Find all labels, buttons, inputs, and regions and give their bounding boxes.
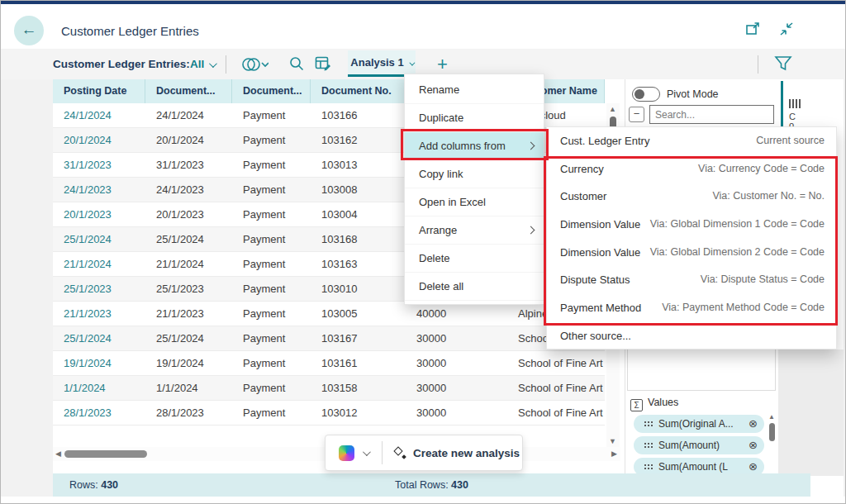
scrollbar-thumb[interactable] — [769, 423, 775, 441]
table-cell[interactable]: 28/1/2023 — [145, 401, 232, 425]
table-cell[interactable]: 25/1/2024 — [145, 227, 232, 251]
table-cell[interactable]: 103166 — [311, 103, 406, 127]
create-new-analysis-button[interactable]: Create new analysis — [413, 447, 520, 459]
posting-date-cell[interactable]: 21/1/2024 — [53, 252, 145, 276]
column-header[interactable]: Document... — [232, 79, 311, 103]
table-cell[interactable]: Payment — [232, 103, 311, 127]
table-cell[interactable]: 103168 — [311, 227, 406, 251]
table-row[interactable]: 1/1/20241/1/2024Payment10315830000School… — [53, 376, 605, 401]
column-header[interactable]: Document... — [145, 79, 232, 103]
posting-date-cell[interactable]: 21/1/2023 — [53, 302, 145, 326]
menu-item-copy-link[interactable]: Copy link — [405, 160, 544, 188]
values-scrollbar[interactable]: ▲ ▼ — [768, 411, 777, 476]
posting-date-cell[interactable]: 1/1/2024 — [53, 376, 145, 400]
collapse-pane-button[interactable]: − — [629, 107, 644, 122]
source-item-dimension-value[interactable]: Dimension ValueVia: Global Dimension 1 C… — [547, 211, 836, 239]
posting-date-cell[interactable]: 28/1/2023 — [53, 401, 145, 425]
table-cell[interactable]: 103161 — [311, 351, 406, 375]
table-cell[interactable]: 1/1/2024 — [145, 376, 232, 400]
copilot-menu-icon[interactable] — [240, 55, 269, 74]
posting-date-cell[interactable]: 25/1/2024 — [53, 227, 145, 251]
table-cell[interactable]: 21/1/2023 — [145, 302, 232, 326]
table-cell[interactable]: 103005 — [311, 302, 406, 326]
table-cell[interactable]: Payment — [232, 302, 311, 326]
table-cell[interactable]: 30000 — [406, 401, 507, 425]
source-item-other-source-[interactable]: Other source... — [547, 322, 836, 350]
remove-icon[interactable]: ⊗ — [749, 436, 758, 454]
value-pill[interactable]: Sum(Original A...⊗ — [634, 415, 764, 433]
posting-date-cell[interactable]: 24/1/2023 — [53, 178, 145, 202]
posting-date-cell[interactable]: 24/1/2024 — [53, 103, 145, 127]
menu-item-rename[interactable]: Rename — [405, 76, 544, 104]
table-cell[interactable]: School of Fine Art — [507, 376, 605, 400]
copilot-icon[interactable] — [339, 445, 354, 461]
table-cell[interactable]: 19/1/2024 — [145, 351, 232, 375]
add-analysis-tab-button[interactable]: + — [437, 54, 448, 75]
column-header[interactable]: Document No. — [311, 79, 406, 103]
table-cell[interactable]: 103158 — [311, 376, 406, 400]
table-cell[interactable]: Payment — [232, 351, 311, 375]
menu-item-delete[interactable]: Delete — [405, 245, 544, 273]
table-cell[interactable]: 103013 — [311, 153, 406, 177]
posting-date-cell[interactable]: 20/1/2024 — [53, 128, 145, 152]
drag-handle-icon[interactable] — [644, 442, 653, 449]
source-item-cust-ledger-entry[interactable]: Cust. Ledger EntryCurrent source — [547, 127, 836, 155]
source-item-customer[interactable]: CustomerVia: Customer No. = No. — [547, 183, 836, 211]
table-cell[interactable]: 103004 — [311, 202, 406, 226]
table-cell[interactable]: 30000 — [406, 326, 507, 350]
table-cell[interactable]: 25/1/2024 — [145, 326, 232, 350]
drag-handle-icon[interactable] — [644, 421, 653, 427]
table-row[interactable]: 25/1/202425/1/2024Payment10316730000Scho… — [53, 326, 605, 351]
back-button[interactable]: ← — [14, 16, 44, 45]
menu-item-add-columns-from[interactable]: Add columns from — [405, 132, 544, 160]
scrollbar-thumb[interactable] — [64, 450, 147, 458]
posting-date-cell[interactable]: 25/1/2024 — [53, 326, 145, 350]
collapse-window-icon[interactable] — [779, 22, 794, 36]
filter-icon[interactable] — [774, 55, 792, 72]
table-cell[interactable]: Payment — [232, 128, 311, 152]
source-item-payment-method[interactable]: Payment MethodVia: Payment Method Code =… — [547, 294, 836, 322]
scroll-left-icon[interactable]: ◀ — [55, 449, 61, 458]
source-item-dimension-value[interactable]: Dimension ValueVia: Global Dimension 2 C… — [547, 239, 836, 267]
table-cell[interactable]: 103008 — [311, 178, 406, 202]
table-row[interactable]: 28/1/202328/1/2023Payment10301230000Scho… — [53, 401, 605, 426]
table-cell[interactable]: Payment — [232, 252, 311, 276]
table-row[interactable]: 21/1/202321/1/2023Payment10300540000Alpi… — [53, 302, 605, 326]
table-cell[interactable]: 103012 — [311, 401, 406, 425]
scroll-up-icon[interactable]: ▲ — [768, 413, 775, 421]
table-cell[interactable]: 103162 — [311, 128, 406, 152]
scroll-down-icon[interactable]: ▼ — [609, 437, 616, 445]
source-item-currency[interactable]: CurrencyVia: Currency Code = Code — [547, 155, 836, 183]
table-cell[interactable]: Payment — [232, 202, 311, 226]
table-cell[interactable]: Payment — [232, 326, 311, 350]
posting-date-cell[interactable]: 19/1/2024 — [53, 351, 145, 375]
value-pill[interactable]: Sum(Amount)⊗ — [634, 436, 764, 454]
posting-date-cell[interactable]: 25/1/2023 — [53, 277, 145, 301]
table-cell[interactable]: 103167 — [311, 326, 406, 350]
table-cell[interactable]: 40000 — [406, 302, 507, 326]
table-cell[interactable]: 24/1/2023 — [145, 178, 232, 202]
table-cell[interactable]: 30000 — [406, 351, 507, 375]
table-cell[interactable]: 21/1/2024 — [145, 252, 232, 276]
posting-date-cell[interactable]: 20/1/2023 — [53, 202, 145, 226]
menu-item-arrange[interactable]: Arrange — [405, 216, 544, 245]
search-icon[interactable] — [288, 55, 305, 72]
table-cell[interactable]: Payment — [232, 277, 311, 301]
scroll-right-icon[interactable]: ▶ — [611, 449, 617, 458]
filter-all-dropdown[interactable]: All — [190, 58, 215, 70]
columns-icon[interactable] — [789, 99, 801, 108]
table-cell[interactable]: Payment — [232, 376, 311, 400]
table-cell[interactable]: Payment — [232, 227, 311, 251]
menu-item-duplicate[interactable]: Duplicate — [405, 104, 544, 132]
table-cell[interactable]: 103010 — [311, 277, 406, 301]
table-cell[interactable]: Payment — [232, 178, 311, 202]
column-header[interactable]: Posting Date — [53, 79, 145, 103]
menu-item-delete-all[interactable]: Delete all — [405, 273, 544, 301]
table-cell[interactable]: School of Fine Art — [507, 351, 605, 375]
table-cell[interactable]: 103163 — [311, 252, 406, 276]
posting-date-cell[interactable]: 31/1/2023 — [53, 153, 145, 177]
table-row[interactable]: 19/1/202419/1/2024Payment10316130000Scho… — [53, 351, 605, 376]
table-cell[interactable]: 20/1/2024 — [145, 128, 232, 152]
table-cell[interactable]: Payment — [232, 401, 311, 425]
table-cell[interactable]: School of Fine Art — [507, 401, 605, 425]
